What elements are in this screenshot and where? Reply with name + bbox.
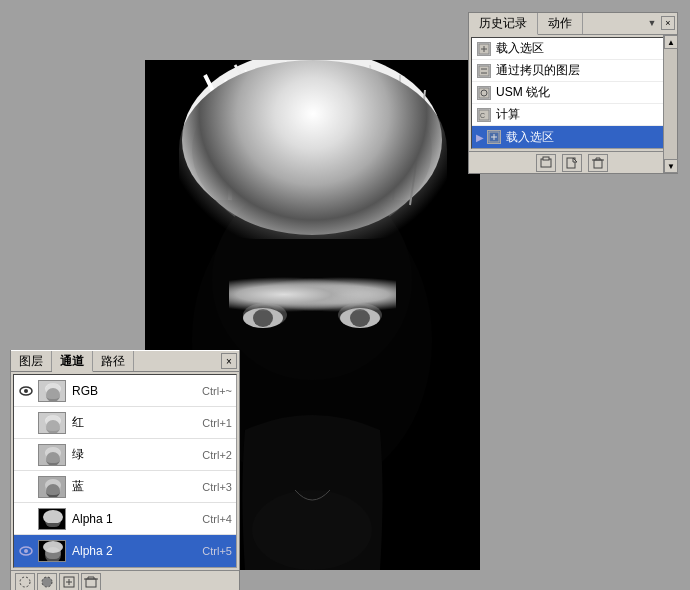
svg-rect-56: [86, 579, 96, 587]
svg-point-53: [20, 577, 30, 587]
delete-state-button[interactable]: [588, 154, 608, 172]
tab-layers[interactable]: 图层: [11, 351, 52, 371]
history-state-icon-5: [487, 130, 501, 144]
channel-shortcut-blue: Ctrl+3: [202, 481, 232, 493]
svg-text:C: C: [480, 112, 485, 119]
canvas-area: ©2009/10/13 00:27 历史记录 动作 ▼ ×: [0, 0, 690, 590]
history-item-3[interactable]: USM 锐化: [472, 82, 674, 104]
channel-eye-blue[interactable]: [18, 479, 34, 495]
delete-channel-button[interactable]: [81, 573, 101, 591]
channel-name-alpha2: Alpha 2: [72, 544, 198, 558]
svg-point-40: [45, 447, 61, 459]
current-state-arrow: ▶: [476, 132, 484, 143]
svg-rect-50: [39, 541, 66, 562]
history-item-2-label: 通过拷贝的图层: [496, 62, 580, 79]
history-state-icon-4: C: [477, 108, 491, 122]
tab-paths-label: 路径: [101, 353, 125, 370]
history-tabs: 历史记录 动作 ▼ ×: [469, 13, 677, 35]
svg-point-52: [45, 547, 61, 562]
history-state-icon-2: [477, 64, 491, 78]
tab-paths[interactable]: 路径: [93, 351, 134, 371]
svg-rect-30: [594, 160, 602, 168]
svg-point-35: [46, 388, 60, 402]
new-channel-button[interactable]: [59, 573, 79, 591]
history-list: 载入选区 通过拷贝的图层 USM 锐化: [471, 37, 675, 149]
channel-shortcut-red: Ctrl+1: [202, 417, 232, 429]
channels-panel-tabs: 图层 通道 路径 ×: [11, 350, 239, 372]
channel-name-rgb: RGB: [72, 384, 198, 398]
channel-thumb-blue: [38, 476, 66, 498]
channel-thumb-red: [38, 412, 66, 434]
tab-history-label: 历史记录: [479, 15, 527, 32]
history-item-5[interactable]: ▶ 载入选区: [472, 126, 674, 148]
channel-row-red[interactable]: 红 Ctrl+1: [14, 407, 236, 439]
svg-point-38: [46, 420, 60, 434]
panel-expand-icon[interactable]: ▼: [645, 16, 659, 30]
save-selection-button[interactable]: [37, 573, 57, 591]
new-snapshot-button[interactable]: [536, 154, 556, 172]
svg-point-1: [182, 60, 442, 230]
tab-history[interactable]: 历史记录: [469, 13, 538, 35]
channel-name-alpha1: Alpha 1: [72, 512, 198, 526]
tab-channels-label: 通道: [60, 353, 84, 370]
channels-panel: 图层 通道 路径 × RGB Ctrl+~: [10, 350, 240, 590]
tab-actions-label: 动作: [548, 15, 572, 32]
history-item-1[interactable]: 载入选区: [472, 38, 674, 60]
channel-shortcut-alpha1: Ctrl+4: [202, 513, 232, 525]
svg-rect-36: [39, 413, 66, 434]
tab-actions[interactable]: 动作: [538, 13, 583, 34]
svg-rect-42: [39, 477, 66, 498]
channel-thumb-alpha1: [38, 508, 66, 530]
svg-point-44: [46, 484, 60, 498]
history-toolbar: [469, 151, 677, 173]
load-selection-button[interactable]: [15, 573, 35, 591]
scrollbar-down-button[interactable]: ▼: [664, 159, 678, 173]
channel-row-alpha2[interactable]: Alpha 2 Ctrl+5: [14, 535, 236, 567]
svg-point-49: [24, 549, 28, 553]
tab-layers-label: 图层: [19, 353, 43, 370]
history-icon-4: C: [476, 107, 492, 123]
history-icon-1: [476, 41, 492, 57]
channel-row-green[interactable]: 绿 Ctrl+2: [14, 439, 236, 471]
history-item-5-label: 载入选区: [506, 129, 554, 146]
channels-toolbar: [11, 570, 239, 590]
history-icon-5: [486, 129, 502, 145]
close-icon: ×: [665, 18, 670, 28]
channel-name-red: 红: [72, 414, 198, 431]
channel-shortcut-green: Ctrl+2: [202, 449, 232, 461]
svg-point-51: [43, 541, 63, 553]
new-document-button[interactable]: [562, 154, 582, 172]
channel-eye-red[interactable]: [18, 415, 34, 431]
channel-eye-green[interactable]: [18, 447, 34, 463]
svg-rect-39: [39, 445, 66, 466]
history-item-3-label: USM 锐化: [496, 84, 550, 101]
history-item-4[interactable]: C 计算: [472, 104, 674, 126]
channel-thumb-alpha2: [38, 540, 66, 562]
channel-eye-alpha2[interactable]: [18, 543, 34, 559]
svg-point-37: [45, 415, 61, 427]
history-item-4-label: 计算: [496, 106, 520, 123]
channel-shortcut-alpha2: Ctrl+5: [202, 545, 232, 557]
history-icon-2: [476, 63, 492, 79]
history-item-2[interactable]: 通过拷贝的图层: [472, 60, 674, 82]
history-scrollbar[interactable]: ▲ ▼: [663, 35, 677, 173]
channel-thumb-green: [38, 444, 66, 466]
channel-row-rgb[interactable]: RGB Ctrl+~: [14, 375, 236, 407]
svg-point-17: [350, 309, 370, 327]
history-state-icon-1: [477, 42, 491, 56]
channel-row-blue[interactable]: 蓝 Ctrl+3: [14, 471, 236, 503]
svg-point-13: [212, 70, 412, 200]
channels-panel-close-button[interactable]: ×: [221, 353, 237, 369]
channel-name-blue: 蓝: [72, 478, 198, 495]
channel-eye-rgb[interactable]: [18, 383, 34, 399]
svg-point-12: [192, 65, 432, 235]
svg-point-34: [45, 383, 61, 395]
scrollbar-track[interactable]: [664, 49, 677, 159]
history-state-icon-3: [477, 86, 491, 100]
panel-close-button[interactable]: ×: [661, 16, 675, 30]
channel-row-alpha1[interactable]: Alpha 1 Ctrl+4: [14, 503, 236, 535]
channel-name-green: 绿: [72, 446, 198, 463]
tab-channels[interactable]: 通道: [52, 351, 93, 372]
scrollbar-up-button[interactable]: ▲: [664, 35, 678, 49]
channel-eye-alpha1[interactable]: [18, 511, 34, 527]
